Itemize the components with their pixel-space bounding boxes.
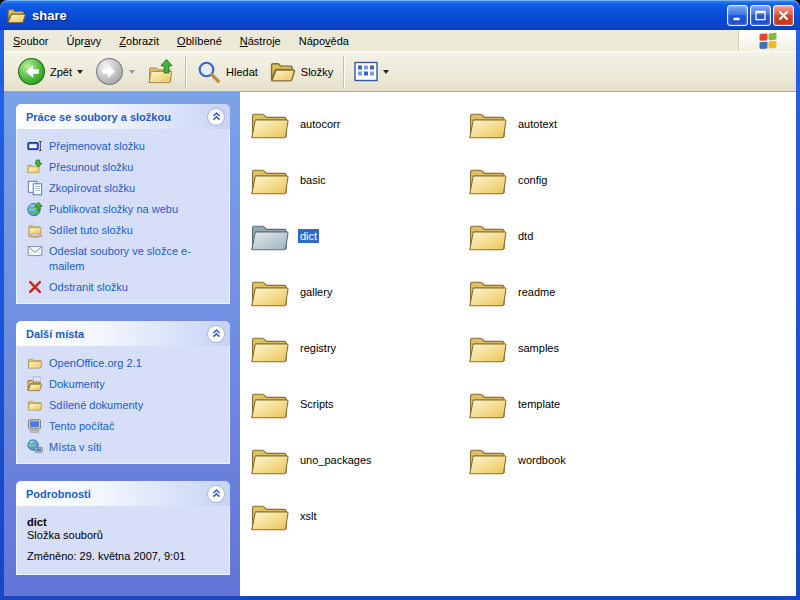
folder-icon (468, 444, 508, 477)
folder-label: readme (516, 285, 557, 299)
folder-icon (27, 355, 43, 371)
folder-item-dict-selected[interactable]: dict (248, 216, 466, 256)
task-share-folder[interactable]: Sdílet tuto složku (27, 222, 223, 238)
folder-label: dict (298, 229, 319, 243)
folders-button[interactable]: Složky (264, 55, 339, 89)
folder-label: dtd (516, 229, 535, 243)
task-rename-folder[interactable]: Přejmenovat složku (27, 138, 223, 154)
place-network[interactable]: Místa v síti (27, 439, 223, 455)
folder-icon (468, 332, 508, 365)
my-computer-icon (27, 418, 43, 434)
delete-icon (27, 279, 43, 295)
folder-item-autocorr[interactable]: autocorr (248, 104, 466, 144)
details-modified-date: Změněno: 29. května 2007, 9:01 (27, 550, 221, 562)
menu-oblibene[interactable]: Oblíbené (168, 30, 231, 51)
search-button[interactable]: Hledat (190, 55, 264, 89)
up-button[interactable] (141, 55, 181, 89)
panel-header-places[interactable]: Další místa (16, 321, 230, 346)
file-list-area[interactable]: autocorr autotext basic config (240, 92, 796, 596)
chevron-up-icon (211, 488, 222, 499)
forward-icon (95, 57, 124, 86)
folder-item-gallery[interactable]: gallery (248, 272, 466, 312)
task-publish-folder[interactable]: Publikovat složky na webu (27, 201, 223, 217)
panel-file-folder-tasks: Práce se soubory a složkou (16, 104, 230, 304)
place-documents[interactable]: Dokumenty (27, 376, 223, 392)
windows-logo-icon (758, 31, 778, 51)
publish-icon (27, 201, 43, 217)
folder-icon (468, 276, 508, 309)
folder-item-readme[interactable]: readme (466, 272, 684, 312)
folder-item-basic[interactable]: basic (248, 160, 466, 200)
forward-dropdown-icon (129, 70, 135, 74)
maximize-button[interactable] (750, 5, 771, 26)
folder-icon (468, 164, 508, 197)
minimize-button[interactable] (727, 5, 748, 26)
task-delete-folder[interactable]: Odstranit složku (27, 279, 223, 295)
folder-label: template (516, 397, 562, 411)
menu-upravy[interactable]: Úpravy (57, 30, 110, 51)
folder-item-xslt[interactable]: xslt (248, 496, 466, 536)
explorer-window: share Soubor Úpravy (0, 0, 800, 600)
chevron-up-icon (211, 328, 222, 339)
folder-label: gallery (298, 285, 334, 299)
collapse-panel-button[interactable] (207, 108, 225, 126)
menu-bar: Soubor Úpravy Zobrazit Oblíbené Nástroje… (4, 30, 796, 52)
copy-icon (27, 180, 43, 196)
forward-button[interactable] (89, 55, 141, 89)
place-openoffice-folder[interactable]: OpenOffice.org 2.1 (27, 355, 223, 371)
panel-header-details[interactable]: Podrobnosti (16, 481, 230, 506)
menu-nastroje[interactable]: Nástroje (231, 30, 290, 51)
folder-item-dtd[interactable]: dtd (466, 216, 684, 256)
folder-item-autotext[interactable]: autotext (466, 104, 684, 144)
back-icon (17, 57, 46, 86)
folder-label: Scripts (298, 397, 336, 411)
views-dropdown-icon (383, 70, 389, 74)
menu-zobrazit[interactable]: Zobrazit (110, 30, 168, 51)
folder-item-samples[interactable]: samples (466, 328, 684, 368)
views-button[interactable] (348, 55, 395, 89)
folder-item-template[interactable]: template (466, 384, 684, 424)
folder-label: samples (516, 341, 561, 355)
folder-item-registry[interactable]: registry (248, 328, 466, 368)
chevron-up-icon (211, 111, 222, 122)
back-label: Zpět (50, 66, 72, 78)
folder-icon (468, 220, 508, 253)
details-folder-name: dict (27, 516, 221, 528)
place-shared-documents[interactable]: Sdílené dokumenty (27, 397, 223, 413)
folder-label: basic (298, 173, 328, 187)
search-label: Hledat (226, 66, 258, 78)
details-folder-type: Složka souborů (27, 529, 221, 541)
minimize-icon (730, 8, 745, 23)
collapse-panel-button[interactable] (207, 325, 225, 343)
task-move-folder[interactable]: Přesunout složku (27, 159, 223, 175)
folder-icon (250, 108, 290, 141)
panel-header-tasks[interactable]: Práce se soubory a složkou (16, 104, 230, 129)
folder-item-config[interactable]: config (466, 160, 684, 200)
panel-details: Podrobnosti dict Složka souborů Změněno:… (16, 481, 230, 575)
share-icon (27, 222, 43, 238)
maximize-icon (753, 8, 768, 23)
task-copy-folder[interactable]: Zkopírovat složku (27, 180, 223, 196)
collapse-panel-button[interactable] (207, 485, 225, 503)
folder-item-scripts[interactable]: Scripts (248, 384, 466, 424)
folder-item-wordbook[interactable]: wordbook (466, 440, 684, 480)
folder-grid: autocorr autotext basic config (248, 104, 796, 552)
menu-soubor[interactable]: Soubor (4, 30, 57, 51)
close-button[interactable] (773, 5, 794, 26)
shared-documents-icon (27, 397, 43, 413)
panel-title: Práce se soubory a složkou (26, 111, 171, 123)
back-dropdown-icon (77, 70, 83, 74)
windows-logo-box (738, 30, 796, 51)
task-email-folder-files[interactable]: Odeslat soubory ve složce e-mailem (27, 243, 223, 274)
panel-other-places: Další místa OpenOffice.org 2.1 (16, 321, 230, 464)
folder-item-uno-packages[interactable]: uno_packages (248, 440, 466, 480)
folder-icon (250, 164, 290, 197)
folder-icon-selected (250, 220, 290, 253)
back-button[interactable]: Zpět (11, 55, 89, 89)
panel-title: Podrobnosti (26, 488, 91, 500)
menu-napoveda[interactable]: Nápověda (290, 30, 358, 51)
folder-label: registry (298, 341, 338, 355)
place-my-computer[interactable]: Tento počítač (27, 418, 223, 434)
toolbar: Zpět (4, 52, 796, 92)
folder-icon (250, 500, 290, 533)
